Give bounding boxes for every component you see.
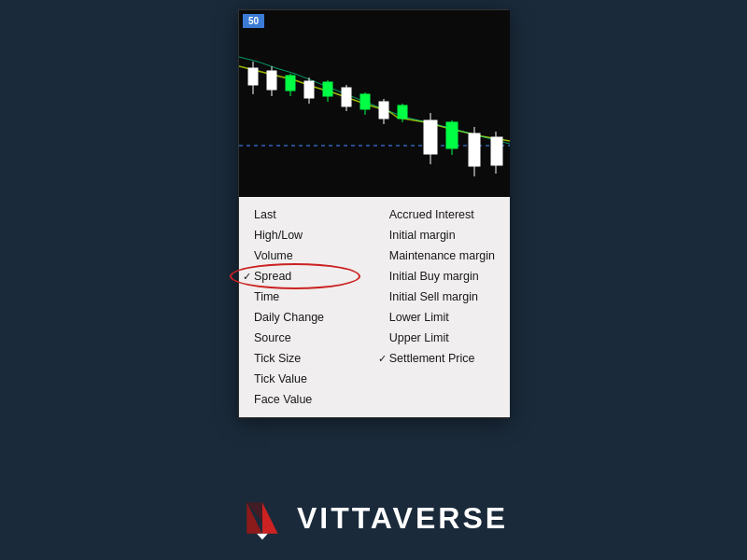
svg-marker-30 [257,534,268,540]
chart-area: 50 [239,10,510,197]
svg-rect-17 [379,102,388,119]
menu-item-spread[interactable]: ✓ Spread [239,266,374,287]
menu-item-accrued-interest-label: Accrued Interest [389,208,474,221]
menu-item-volume-label: Volume [254,249,293,262]
context-menu: Last High/Low Volume ✓ Spread [239,197,510,417]
menu-item-settlement-price-label: Settlement Price [389,352,475,365]
menu-item-tick-value-label: Tick Value [254,372,307,385]
svg-marker-29 [262,502,278,533]
menu-item-last-label: Last [254,208,276,221]
svg-rect-25 [469,133,480,166]
logo-text: VITTAVERSE [297,501,508,536]
menu-item-lower-limit-label: Lower Limit [389,311,449,324]
menu-item-high-low[interactable]: High/Low [239,225,374,245]
main-container: 50 [0,0,747,560]
menu-item-maintenance-margin-label: Maintenance margin [389,249,495,262]
chart-svg [239,10,510,197]
menu-item-time-label: Time [254,290,279,303]
menu-item-daily-change[interactable]: Daily Change [239,307,374,328]
menu-item-initial-sell-margin[interactable]: Initial Sell margin [374,287,510,307]
menu-item-tick-size[interactable]: Tick Size [239,348,374,369]
menu-item-initial-margin-label: Initial margin [389,229,456,242]
menu-item-time[interactable]: Time [239,287,374,307]
svg-rect-7 [286,76,295,91]
svg-rect-3 [248,68,258,85]
menu-item-accrued-interest[interactable]: Accrued Interest [374,204,510,225]
svg-rect-23 [446,122,458,148]
menu-item-upper-limit-label: Upper Limit [389,331,449,344]
menu-item-face-value[interactable]: Face Value [239,389,374,410]
menu-item-face-value-label: Face Value [254,393,312,406]
menu-item-initial-margin[interactable]: Initial margin [374,225,510,245]
settlement-price-checkmark: ✓ [378,353,387,365]
logo-icon [239,495,286,541]
menu-item-settlement-price[interactable]: ✓ Settlement Price [374,348,510,369]
menu-item-last[interactable]: Last [239,204,374,225]
menu-item-high-low-label: High/Low [254,229,303,242]
menu-left-col: Last High/Low Volume ✓ Spread [239,204,374,410]
menu-grid: Last High/Low Volume ✓ Spread [239,204,510,410]
title-bar: 50 [243,14,264,28]
svg-rect-11 [323,82,332,96]
svg-rect-27 [491,137,502,165]
menu-item-maintenance-margin[interactable]: Maintenance margin [374,245,510,266]
menu-item-tick-value[interactable]: Tick Value [239,369,374,389]
menu-item-source-label: Source [254,331,291,344]
svg-rect-0 [239,10,510,197]
trading-panel: 50 [238,9,509,418]
svg-rect-13 [342,88,351,106]
svg-rect-9 [304,81,314,98]
menu-item-source[interactable]: Source [239,328,374,348]
spread-checkmark: ✓ [243,271,251,283]
menu-item-tick-size-label: Tick Size [254,352,301,365]
menu-item-daily-change-label: Daily Change [254,311,324,324]
svg-rect-19 [398,105,407,119]
menu-item-initial-buy-margin-label: Initial Buy margin [389,270,479,283]
menu-item-lower-limit[interactable]: Lower Limit [374,307,510,328]
logo-area: VITTAVERSE [239,495,508,541]
menu-item-upper-limit[interactable]: Upper Limit [374,328,510,348]
menu-item-initial-sell-margin-label: Initial Sell margin [389,290,478,303]
svg-rect-21 [424,120,437,154]
menu-item-volume[interactable]: Volume [239,245,374,266]
menu-right-col: Accrued Interest Initial margin Maintena… [374,204,510,410]
menu-item-spread-label: Spread [254,270,291,283]
menu-item-initial-buy-margin[interactable]: Initial Buy margin [374,266,510,287]
svg-rect-5 [267,71,276,90]
svg-rect-15 [360,94,370,109]
